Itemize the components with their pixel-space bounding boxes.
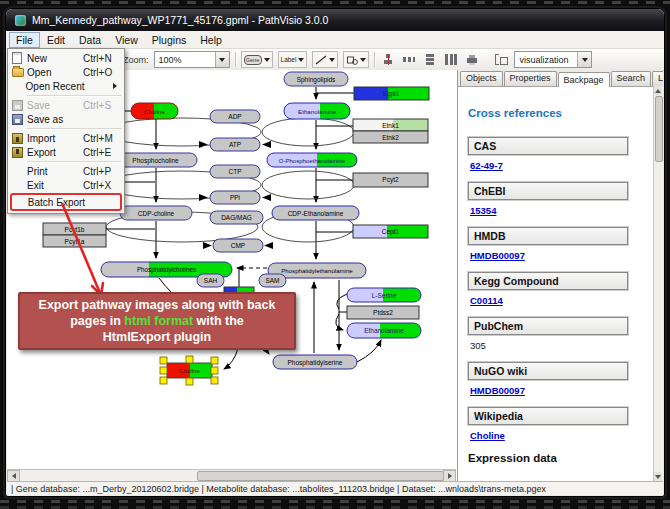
ref-id-link[interactable]: C00114 [470, 295, 651, 306]
menu-item-label: Import [27, 133, 83, 144]
menu-item-new[interactable]: New Ctrl+N [9, 51, 123, 65]
node-etnk1[interactable]: Etnk1 [353, 119, 428, 131]
data-panel-button[interactable] [493, 53, 509, 67]
panel-vertical-scrollbar[interactable] [653, 86, 663, 481]
scrollbar-thumb[interactable] [197, 471, 444, 481]
callout-line1: Export pathway images along with back [20, 297, 294, 313]
node-ppi[interactable]: PPi [210, 191, 260, 204]
scroll-right-icon[interactable] [443, 470, 456, 482]
node-l-serine[interactable]: L-Serine [347, 288, 421, 302]
shape-tool[interactable] [343, 51, 369, 68]
gene-node-tool[interactable]: Gene [241, 51, 273, 68]
menu-item-shortcut: Ctrl+E [83, 147, 119, 158]
line-tool[interactable] [312, 51, 338, 68]
menu-edit[interactable]: Edit [40, 32, 72, 48]
node-pcyt2[interactable]: Pcyt2 [353, 173, 428, 187]
node-cept1[interactable]: Cept1 [353, 225, 428, 238]
node-sam[interactable]: SAM [259, 274, 286, 287]
node-choline-selected[interactable]: Choline [160, 356, 218, 385]
menu-item-open[interactable]: Open Ctrl+O [9, 65, 123, 79]
ref-source-label: CAS [468, 137, 628, 155]
scroll-down-icon[interactable] [654, 472, 662, 481]
node-phosphatidylserine[interactable]: Phosphatidylserine [273, 355, 357, 369]
desktop-texture [0, 1, 670, 4]
node-phosphocholine[interactable]: Phosphocholine [114, 153, 197, 167]
menu-item-save-as[interactable]: Save as [9, 112, 123, 126]
menu-item-shortcut: Ctrl+N [83, 53, 119, 64]
align-center-button[interactable] [380, 53, 396, 67]
zoom-combobox[interactable]: 100% [154, 51, 230, 68]
scroll-left-icon[interactable] [7, 470, 20, 482]
menu-item-exit[interactable]: Exit Ctrl+X [9, 178, 123, 192]
node-label: Etnk2 [382, 134, 399, 141]
stack-horizontal-button[interactable] [443, 53, 459, 67]
menu-data[interactable]: Data [72, 32, 108, 48]
node-adp[interactable]: ADP [210, 110, 260, 123]
stack-vertical-button[interactable] [422, 53, 438, 67]
menu-file[interactable]: File [9, 32, 40, 48]
tab-legend[interactable]: Legend [652, 71, 663, 86]
node-o-phosphoethanolamine[interactable]: O-Phosphoethanolamine [267, 153, 357, 167]
title-bar[interactable]: Mm_Kennedy_pathway_WP1771_45176.gpml - P… [6, 9, 664, 31]
menu-help[interactable]: Help [193, 32, 229, 48]
scroll-up-icon[interactable] [654, 86, 662, 95]
save-icon [12, 100, 27, 111]
ref-id-link[interactable]: HMDB00097 [470, 385, 651, 396]
node-label: Choline [179, 367, 201, 374]
node-ethanolamine-top[interactable]: Ethanolamine [284, 103, 351, 119]
node-label: Ethanolamine [364, 327, 404, 334]
node-choline-top[interactable]: Choline [131, 103, 178, 119]
menu-item-export[interactable]: Export Ctrl+E [9, 145, 123, 159]
menu-item-open-recent[interactable]: Open Recent [9, 79, 123, 93]
window-title: Mm_Kennedy_pathway_WP1771_45176.gpml - P… [32, 14, 328, 26]
node-cmp[interactable]: CMP [213, 239, 263, 252]
ref-id-link[interactable]: 15354 [470, 205, 651, 216]
node-label: CTP [229, 168, 242, 175]
node-sgpl1[interactable]: Sgpl1 [354, 87, 429, 100]
ref-id-link[interactable]: Choline [470, 430, 651, 441]
scrollbar-thumb[interactable] [655, 96, 663, 162]
visualization-dropdown-icon[interactable] [577, 52, 591, 67]
node-atp[interactable]: ATP [210, 138, 260, 151]
menu-plugins[interactable]: Plugins [145, 32, 193, 48]
node-etnk2[interactable]: Etnk2 [353, 131, 428, 143]
horizontal-scrollbar[interactable] [7, 469, 456, 481]
menu-item-label: New [27, 53, 83, 64]
menu-item-shortcut: Ctrl+M [83, 133, 119, 144]
tab-objects[interactable]: Objects [460, 71, 503, 86]
menu-item-save[interactable]: Save Ctrl+S [9, 98, 123, 112]
zoom-dropdown-icon[interactable] [215, 52, 229, 67]
distribute-horizontal-button[interactable] [401, 53, 417, 67]
node-sphingolipids[interactable]: Sphingolipids [284, 72, 348, 86]
menu-item-import[interactable]: Import Ctrl+M [9, 131, 123, 145]
submenu-arrow-icon [84, 83, 119, 89]
callout-highlight: html format [124, 314, 193, 328]
menu-item-print[interactable]: Print Ctrl+P [9, 164, 123, 178]
visualization-combobox[interactable]: visualization [514, 51, 592, 68]
menu-view[interactable]: View [108, 32, 145, 48]
node-ptdss2[interactable]: Ptdss2 [347, 306, 419, 319]
ref-id-link[interactable]: 62-49-7 [470, 160, 651, 171]
print-preview-button[interactable] [464, 53, 480, 67]
node-dag-mag[interactable]: DAG/MAG [210, 211, 263, 224]
tab-properties[interactable]: Properties [504, 71, 557, 86]
node-cdp-ethanolamine[interactable]: CDP-Ethanolamine [272, 206, 359, 220]
ref-source-label: PubChem [468, 317, 628, 335]
tab-search[interactable]: Search [611, 71, 652, 86]
chevron-down-icon [264, 58, 270, 62]
node-pcyt1a[interactable]: Pcyt1a [43, 235, 106, 247]
node-pcyt1b[interactable]: Pcyt1b [43, 223, 106, 235]
label-tool[interactable]: Label [278, 51, 308, 68]
node-cdp-choline[interactable]: CDP-choline [120, 206, 192, 220]
node-ethanolamine-bottom[interactable]: Ethanolamine [347, 323, 421, 338]
ref-source-label: NuGO wiki [468, 362, 628, 380]
node-label: Phosphatidylethanolamine [281, 267, 353, 274]
menu-item-batch-export[interactable]: Batch Export [12, 195, 120, 209]
ref-id-link[interactable]: HMDB00097 [470, 250, 651, 261]
backpage-panel: Cross references CAS 62-49-7 ChEBI 15354… [458, 87, 663, 464]
tab-backpage[interactable]: Backpage [558, 72, 610, 87]
import-icon [12, 133, 27, 144]
node-sah[interactable]: SAH [197, 274, 224, 287]
menu-item-label: Save [27, 100, 83, 111]
node-ctp[interactable]: CTP [210, 165, 260, 178]
